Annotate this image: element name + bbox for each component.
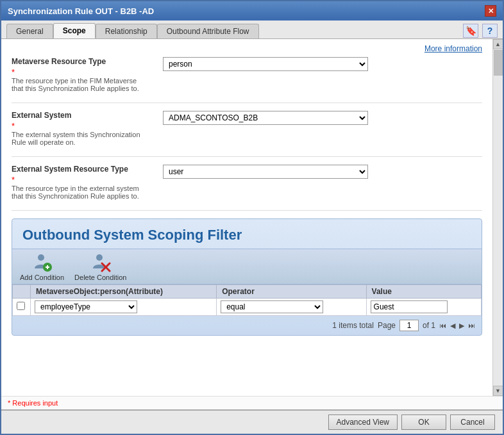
attribute-column-header: MetaverseObject:person(Attribute) xyxy=(31,285,217,299)
external-system-label: External System xyxy=(12,111,153,120)
metaverse-resource-right: person group contact xyxy=(163,57,482,71)
add-condition-button[interactable]: Add Condition xyxy=(20,252,64,281)
metaverse-required-star: * xyxy=(12,67,15,77)
external-system-section: External System * The external system th… xyxy=(12,111,482,157)
row-checkbox[interactable] xyxy=(17,302,25,310)
tab-outbound[interactable]: Outbound Attribute Flow xyxy=(157,24,259,38)
main-content: More information Metaverse Resource Type… xyxy=(1,39,492,396)
external-system-resource-description: The resource type in the external system… xyxy=(12,185,146,200)
advanced-view-button[interactable]: Advanced View xyxy=(328,414,398,430)
add-condition-icon xyxy=(32,252,53,272)
delete-condition-label: Delete Condition xyxy=(74,274,126,281)
main-window: Synchronization Rule OUT - B2B -AD ✕ Gen… xyxy=(0,0,504,435)
ok-button[interactable]: OK xyxy=(401,414,446,430)
external-system-resource-label: External System Resource Type xyxy=(12,165,153,174)
metaverse-resource-select[interactable]: person group contact xyxy=(163,57,368,71)
metaverse-resource-section: Metaverse Resource Type * The resource t… xyxy=(12,57,482,103)
table-row: employeeType displayName mail department… xyxy=(13,299,482,316)
page-number-input[interactable] xyxy=(399,320,419,331)
cancel-button[interactable]: Cancel xyxy=(450,414,495,430)
external-system-required-star: * xyxy=(12,121,15,131)
next-page-button[interactable]: ▶ xyxy=(459,322,464,330)
filter-table-body: employeeType displayName mail department… xyxy=(13,299,482,316)
first-page-button[interactable]: ⏮ xyxy=(439,322,446,329)
external-system-resource-left: External System Resource Type * The reso… xyxy=(12,165,153,202)
scroll-thumb[interactable] xyxy=(494,50,503,76)
external-system-description: The external system this Synchronization… xyxy=(12,131,146,146)
external-system-row: External System * The external system th… xyxy=(12,111,482,149)
operator-column-header: Operator xyxy=(217,285,366,299)
more-info-link[interactable]: More information xyxy=(12,44,482,53)
checkbox-column-header xyxy=(13,285,31,299)
toolbar-right: 🔖 ? xyxy=(463,24,503,38)
requires-input-notice: * Requires input xyxy=(1,396,503,409)
page-label: Page xyxy=(378,321,396,330)
tabs-bar: GeneralScopeRelationshipOutbound Attribu… xyxy=(1,21,503,39)
metaverse-resource-description: The resource type in the FIM Metaverse t… xyxy=(12,77,146,92)
attribute-select[interactable]: employeeType displayName mail department xyxy=(35,300,137,313)
tab-relationship[interactable]: Relationship xyxy=(96,24,157,38)
metaverse-resource-row: Metaverse Resource Type * The resource t… xyxy=(12,57,482,95)
external-system-left: External System * The external system th… xyxy=(12,111,153,149)
svg-rect-3 xyxy=(47,265,48,269)
scroll-down-button[interactable]: ▼ xyxy=(493,386,503,396)
external-system-resource-section: External System Resource Type * The reso… xyxy=(12,165,482,211)
last-page-button[interactable]: ⏭ xyxy=(468,322,475,329)
value-column-header: Value xyxy=(366,285,481,299)
tabs-container: GeneralScopeRelationshipOutbound Attribu… xyxy=(6,23,463,38)
external-system-resource-row: External System Resource Type * The reso… xyxy=(12,165,482,202)
help-button[interactable]: ? xyxy=(482,24,498,38)
row-checkbox-cell xyxy=(13,299,31,316)
scoping-filter-section: Outbound System Scoping Filter xyxy=(12,218,482,336)
scoping-toolbar: Add Condition xyxy=(12,249,482,284)
of-label: of 1 xyxy=(423,321,435,330)
bookmark-button[interactable]: 🔖 xyxy=(463,24,478,38)
metaverse-resource-left: Metaverse Resource Type * The resource t… xyxy=(12,57,153,95)
tab-general[interactable]: General xyxy=(6,24,53,38)
add-condition-label: Add Condition xyxy=(20,274,64,281)
external-system-resource-required-star: * xyxy=(12,175,15,185)
external-system-resource-select[interactable]: user group contact xyxy=(163,165,368,179)
filter-table: MetaverseObject:person(Attribute) Operat… xyxy=(12,284,482,316)
filter-header-row: MetaverseObject:person(Attribute) Operat… xyxy=(13,285,482,299)
pagination-bar: 1 items total Page of 1 ⏮ ◀ ▶ ⏭ xyxy=(12,316,482,335)
operator-cell: equal not equal contains does not contai… xyxy=(217,299,366,316)
metaverse-resource-label: Metaverse Resource Type xyxy=(12,57,153,66)
tab-scope[interactable]: Scope xyxy=(53,23,96,38)
window-title: Synchronization Rule OUT - B2B -AD xyxy=(8,6,154,16)
title-bar: Synchronization Rule OUT - B2B -AD ✕ xyxy=(1,1,503,21)
svg-point-0 xyxy=(38,254,44,261)
value-cell xyxy=(366,299,481,316)
operator-select[interactable]: equal not equal contains does not contai… xyxy=(221,300,323,313)
scroll-up-button[interactable]: ▲ xyxy=(493,39,503,49)
attribute-cell: employeeType displayName mail department xyxy=(31,299,217,316)
scoping-filter-title: Outbound System Scoping Filter xyxy=(12,219,482,249)
svg-point-4 xyxy=(96,254,103,261)
delete-condition-icon xyxy=(90,252,111,272)
footer-bar: Advanced View OK Cancel xyxy=(1,409,503,434)
filter-table-header: MetaverseObject:person(Attribute) Operat… xyxy=(13,285,482,299)
scrollbar: ▲ ▼ xyxy=(492,39,503,396)
external-system-resource-right: user group contact xyxy=(163,165,482,179)
value-input[interactable] xyxy=(371,300,448,313)
external-system-right: ADMA_SCONTOSO_B2B ADMA_SCONTOSO_AD xyxy=(163,111,482,125)
external-system-select[interactable]: ADMA_SCONTOSO_B2B ADMA_SCONTOSO_AD xyxy=(163,111,368,125)
items-total: 1 items total xyxy=(332,321,374,330)
close-button[interactable]: ✕ xyxy=(485,5,496,17)
content-area: More information Metaverse Resource Type… xyxy=(1,39,503,396)
prev-page-button[interactable]: ◀ xyxy=(450,322,455,330)
delete-condition-button[interactable]: Delete Condition xyxy=(74,252,126,281)
